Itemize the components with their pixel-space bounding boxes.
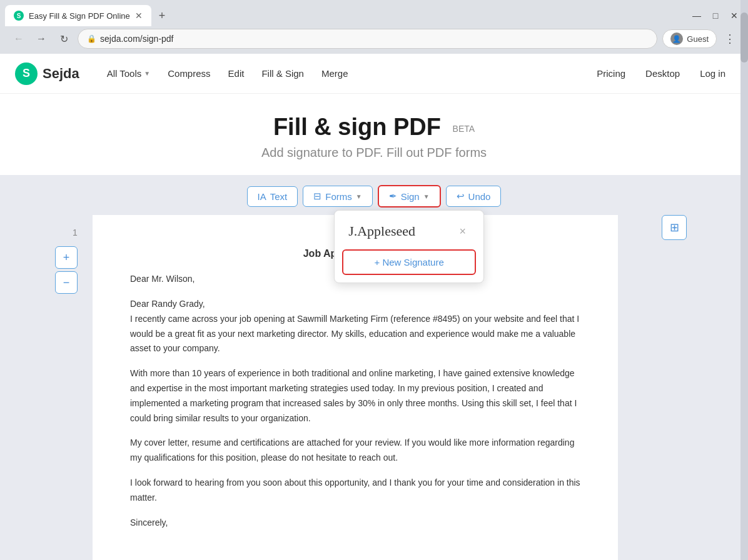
page-title: Fill & sign PDF BETA (0, 114, 748, 141)
website: S Sejda All Tools ▼ Compress Edit Fill &… (0, 54, 748, 560)
guest-icon: 👤 (670, 32, 683, 45)
lock-icon: 🔒 (87, 34, 96, 43)
address-input[interactable]: 🔒 sejda.com/sign-pdf (78, 29, 657, 49)
tab-title: Easy Fill & Sign PDF Online (29, 11, 130, 21)
chevron-down-icon: ▼ (144, 70, 150, 77)
pdf-area: IA Text ⊟ Forms ▼ ✒ Sign ▼ J.Appleseed (0, 175, 748, 560)
back-button[interactable]: ← (10, 30, 28, 48)
nav-login[interactable]: Log in (692, 64, 733, 82)
logo-link[interactable]: S Sejda (15, 62, 79, 85)
address-bar-row: ← → ↻ 🔒 sejda.com/sign-pdf 👤 Guest ⋮ (5, 26, 743, 54)
toolbar: IA Text ⊟ Forms ▼ ✒ Sign ▼ J.Appleseed (247, 185, 502, 208)
site-nav: S Sejda All Tools ▼ Compress Edit Fill &… (0, 54, 748, 94)
zoom-controls: + − (55, 246, 78, 294)
browser-chrome: S Easy Fill & Sign PDF Online ✕ + — □ ✕ … (0, 0, 748, 54)
forms-button[interactable]: ⊟ Forms ▼ (303, 186, 372, 207)
tab-favicon: S (14, 11, 24, 21)
grid-view-button[interactable]: ⊞ (662, 215, 687, 240)
browser-menu-button[interactable]: ⋮ (722, 29, 738, 48)
text-icon: IA (258, 191, 266, 202)
maximize-button[interactable]: □ (707, 7, 724, 24)
sign-dropdown: J.Appleseed × + New Signature (334, 210, 484, 283)
grid-icon: ⊞ (670, 221, 679, 234)
window-controls: — □ ✕ (688, 7, 743, 24)
scrollbar[interactable] (740, 0, 748, 560)
chevron-down-icon: ▼ (356, 193, 362, 200)
logo-icon: S (15, 62, 38, 85)
address-text: sejda.com/sign-pdf (100, 34, 174, 44)
chevron-down-icon: ▼ (423, 193, 430, 200)
nav-desktop[interactable]: Desktop (638, 64, 687, 82)
pdf-paragraph-1: Dear Randy Grady,I recently came across … (130, 297, 580, 356)
tab-bar: S Easy Fill & Sign PDF Online ✕ + — □ ✕ (5, 5, 743, 26)
pdf-paragraph-4: I look forward to hearing from you soon … (130, 476, 580, 506)
nav-all-tools[interactable]: All Tools ▼ (99, 64, 158, 82)
text-button[interactable]: IA Text (247, 186, 298, 207)
forms-icon: ⊟ (313, 191, 321, 202)
nav-fill-sign[interactable]: Fill & Sign (254, 64, 311, 82)
nav-merge[interactable]: Merge (314, 64, 356, 82)
refresh-button[interactable]: ↻ (55, 30, 73, 48)
nav-links: All Tools ▼ Compress Edit Fill & Sign Me… (99, 64, 356, 82)
signature-item[interactable]: J.Appleseed × (342, 218, 476, 244)
new-tab-button[interactable]: + (154, 7, 171, 25)
logo-text: Sejda (43, 66, 79, 82)
nav-edit[interactable]: Edit (221, 64, 252, 82)
hero-section: Fill & sign PDF BETA Add signature to PD… (0, 94, 748, 175)
forward-button[interactable]: → (33, 30, 50, 48)
zoom-in-button[interactable]: + (55, 246, 78, 269)
hero-subtitle: Add signature to PDF. Fill out PDF forms (0, 146, 748, 160)
pdf-paragraph-2: With more than 10 years of experience in… (130, 366, 580, 426)
active-tab: S Easy Fill & Sign PDF Online ✕ (5, 5, 151, 26)
beta-badge: BETA (453, 124, 475, 134)
undo-button[interactable]: ↩ Undo (446, 186, 502, 207)
tab-close-button[interactable]: ✕ (135, 11, 143, 21)
sign-icon: ✒ (389, 191, 397, 202)
pdf-closing: Sincerely, (130, 516, 580, 531)
remove-signature-button[interactable]: × (456, 224, 470, 239)
guest-button[interactable]: 👤 Guest (662, 29, 717, 48)
scrollbar-thumb[interactable] (740, 12, 748, 62)
signature-preview: J.Appleseed (348, 223, 415, 239)
page-number: 1 (73, 228, 78, 238)
pdf-paragraph-3: My cover letter, resume and certificatio… (130, 436, 580, 466)
minimize-button[interactable]: — (688, 7, 705, 24)
nav-compress[interactable]: Compress (160, 64, 218, 82)
zoom-out-button[interactable]: − (55, 271, 78, 294)
nav-right: Pricing Desktop Log in (589, 64, 733, 82)
new-signature-button[interactable]: + New Signature (342, 249, 476, 275)
undo-icon: ↩ (457, 191, 465, 202)
guest-label: Guest (687, 34, 709, 44)
sign-dropdown-container: ✒ Sign ▼ J.Appleseed × + New Signature (378, 185, 441, 208)
nav-pricing[interactable]: Pricing (589, 64, 633, 82)
sign-button[interactable]: ✒ Sign ▼ (378, 185, 441, 208)
